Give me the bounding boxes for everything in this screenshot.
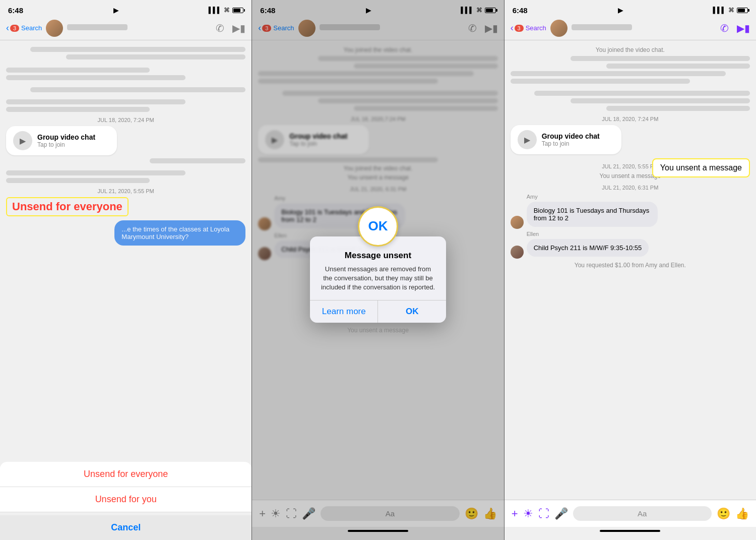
nav-name-area-3: [572, 24, 720, 32]
ok-btn-2[interactable]: OK: [378, 301, 446, 323]
video-chat-text-1: Group video chat Tap to join: [37, 133, 95, 148]
chat-body-3: You joined the video chat. JUL 18, 2020,…: [505, 40, 756, 500]
blur-top-3: [511, 56, 750, 111]
video-chat-icon-3: ▶: [518, 130, 537, 149]
unsend-you-btn[interactable]: Unsend for you: [0, 487, 251, 512]
video-chat-title-3: Group video chat: [542, 132, 600, 140]
msg-avatar-amy-3: [511, 216, 524, 229]
video-chat-icon-1: ▶: [13, 131, 32, 150]
signal-3: ▌▌▌: [713, 7, 726, 14]
video-icon-1[interactable]: ▶▮: [232, 22, 245, 34]
camera-icon-3[interactable]: ☀: [523, 507, 533, 520]
nav-avatar-3: [550, 20, 568, 37]
phone-icon-3[interactable]: ✆: [720, 22, 729, 34]
dialog-title-2: Message unsent: [320, 251, 436, 261]
dialog-actions-2: Learn more OK: [310, 300, 446, 323]
status-bar-1: 6:48 ▶ ▌▌▌ ⌘: [0, 0, 251, 18]
video-chat-sub-1: Tap to join: [37, 141, 95, 148]
nav-bar-1: ‹ 3 Search ✆ ▶▮: [0, 18, 251, 40]
unsent-msg-under-dialog: You unsent a message: [347, 327, 409, 334]
status-icons-1: ▌▌▌ ⌘: [209, 7, 244, 14]
back-label-3: Search: [526, 24, 546, 32]
video-chat-bubble-3[interactable]: ▶ Group video chat Tap to join: [511, 125, 621, 154]
nav-name-area-1: [67, 24, 216, 32]
back-button-3[interactable]: ‹ 3 Search: [511, 23, 546, 33]
phone-icon-1[interactable]: ✆: [216, 22, 224, 34]
video-chat-text-3: Group video chat Tap to join: [542, 132, 600, 147]
dialog-msg-2: Unsent messages are removed from the con…: [320, 265, 436, 292]
nav-bar-3: ‹ 3 Search ✆ ▶▮: [505, 18, 756, 40]
action-sheet-1: Unsend for everyone Unsend for you Cance…: [0, 462, 251, 540]
status-bar-3: 6:48 ▶ ▌▌▌ ⌘: [505, 0, 756, 18]
video-chat-bubble-1[interactable]: ▶ Group video chat Tap to join: [6, 126, 117, 155]
status-icons-3: ▌▌▌ ⌘: [713, 7, 748, 14]
action-sheet-content-1: Unsend for everyone Unsend for you: [0, 462, 251, 512]
date-stamp-1a: JUL 18, 2020, 7:24 PM: [6, 117, 245, 123]
nav-badge-1: 3: [10, 25, 19, 32]
back-label-1: Search: [21, 24, 42, 32]
learn-more-btn-2[interactable]: Learn more: [310, 301, 379, 323]
msg-sender-ellen-3: Ellen: [527, 231, 649, 237]
emoji-icon-3[interactable]: 🙂: [717, 507, 730, 520]
dialog-box-2: Message unsent Unsent messages are remov…: [310, 236, 446, 323]
status-time-1: 6:48: [8, 6, 23, 15]
status-time-3: 6:48: [513, 6, 528, 15]
msg-amy-3: Amy Biology 101 is Tuesdays and Thursday…: [511, 194, 750, 229]
msg-bubble-amy-3: Biology 101 is Tuesdays and Thursdays fr…: [527, 202, 658, 227]
nav-badge-3: 3: [515, 25, 524, 32]
nav-name-blur-1: [67, 24, 128, 30]
home-bar-3: [600, 530, 660, 532]
screen1: 6:48 ▶ ▌▌▌ ⌘ ‹ 3 Search ✆ ▶▮: [0, 0, 252, 540]
bottom-toolbar-3: + ☀ ⛶ 🎤 Aa 🙂 👍: [505, 500, 756, 527]
msg-bubble-blue-1: ...e the times of the classes at Loyola …: [114, 220, 245, 246]
battery-1: [232, 8, 243, 13]
chat-body-1: JUL 18, 2020, 7:24 PM ▶ Group video chat…: [0, 40, 251, 500]
wifi-1: ⌘: [224, 7, 230, 14]
date-stamp-1b: JUL 21, 2020, 5:55 PM: [6, 188, 245, 194]
blue-msg-container-1: Unsend for everyone ...e the times of th…: [6, 197, 245, 246]
photo-icon-3[interactable]: ⛶: [538, 507, 549, 520]
blur-messages-top-1: [6, 47, 245, 112]
cancel-btn[interactable]: Cancel: [0, 515, 251, 540]
dialog-overlay-2: OK Message unsent Unsent messages are re…: [252, 0, 503, 540]
battery-3: [737, 8, 748, 13]
msg-sender-amy-3: Amy: [527, 194, 658, 200]
msg-ellen-3: Ellen Child Psych 211 is M/W/F 9:35-10:5…: [511, 231, 750, 259]
msg-bubble-ellen-3: Child Psych 211 is M/W/F 9:35-10:55: [527, 239, 649, 257]
nav-actions-1: ✆ ▶▮: [216, 22, 245, 34]
video-icon-3[interactable]: ▶▮: [737, 22, 750, 34]
video-chat-sub-3: Tap to join: [542, 140, 600, 147]
home-indicator-3: [505, 527, 756, 535]
unsend-label-highlight: Unsend for everyone: [6, 197, 129, 216]
you-joined-3: You joined the video chat.: [511, 46, 750, 53]
nav-avatar-1: [46, 20, 63, 37]
date-stamp-3c: JUL 21, 2020, 6:31 PM: [511, 185, 750, 191]
location-icon-1: ▶: [113, 6, 119, 14]
payment-text-3: You requested $1.00 from Amy and Ellen.: [511, 262, 750, 269]
message-input-3[interactable]: Aa: [573, 506, 712, 521]
back-button-1[interactable]: ‹ 3 Search: [6, 23, 42, 33]
location-icon-3: ▶: [618, 6, 623, 14]
wifi-3: ⌘: [728, 7, 734, 14]
unsent-callout-3: You unsent a message: [652, 158, 750, 177]
like-icon-3[interactable]: 👍: [735, 507, 749, 520]
msg-avatar-ellen-3: [511, 246, 524, 259]
mic-icon-3[interactable]: 🎤: [554, 507, 568, 520]
signal-1: ▌▌▌: [209, 7, 222, 14]
nav-name-blur-3: [572, 24, 632, 30]
screen3: 6:48 ▶ ▌▌▌ ⌘ ‹ 3 Search ✆ ▶▮: [505, 0, 756, 540]
unsend-everyone-btn[interactable]: Unsend for everyone: [0, 462, 251, 487]
ok-circle-2[interactable]: OK: [358, 206, 398, 247]
date-stamp-3a: JUL 18, 2020, 7:24 PM: [511, 116, 750, 122]
add-icon-3[interactable]: +: [512, 507, 518, 520]
screen2: 6:48 ▶ ▌▌▌ ⌘ ‹ 3 Search ✆ ▶▮: [252, 0, 504, 540]
nav-actions-3: ✆ ▶▮: [720, 22, 750, 34]
blur-messages-mid-1: [6, 158, 245, 183]
video-chat-title-1: Group video chat: [37, 133, 95, 141]
